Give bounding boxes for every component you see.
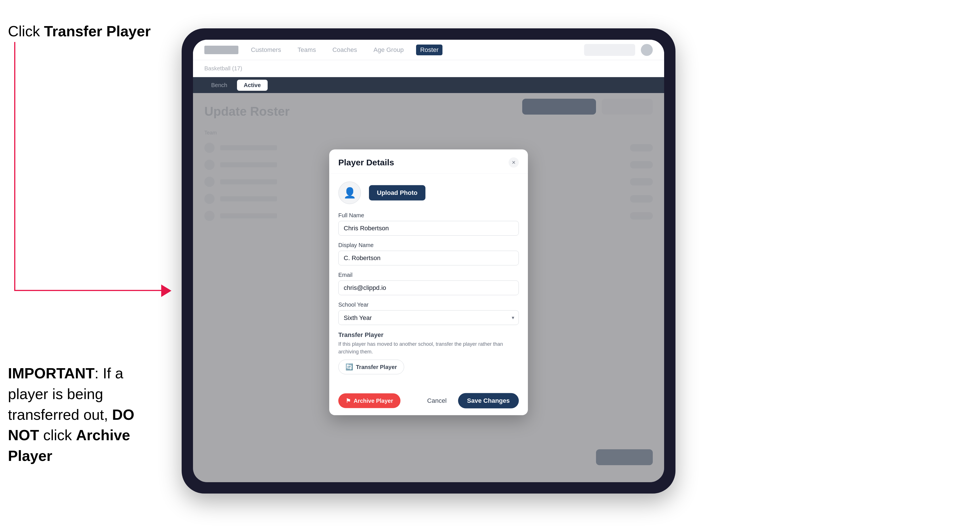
sub-header: Basketball (17) (193, 60, 664, 77)
modal-header: Player Details × (329, 149, 528, 174)
player-details-modal: Player Details × 👤 Upload Photo (329, 149, 528, 415)
modal-close-button[interactable]: × (509, 157, 519, 168)
email-input[interactable] (338, 281, 519, 295)
nav-item-coaches[interactable]: Coaches (328, 44, 361, 55)
app-header: Customers Teams Coaches Age Group Roster (193, 40, 664, 60)
arrow-vertical-line (14, 42, 15, 291)
photo-upload-row: 👤 Upload Photo (338, 181, 519, 204)
instruction-transfer-bold: Transfer Player (44, 23, 151, 40)
nav-item-teams[interactable]: Teams (293, 44, 320, 55)
tablet-frame: Customers Teams Coaches Age Group Roster… (181, 29, 676, 494)
header-avatar (641, 44, 653, 56)
app-logo (204, 46, 239, 54)
modal-backdrop: Player Details × 👤 Upload Photo (193, 93, 664, 482)
transfer-player-label: Transfer Player (356, 364, 397, 370)
nav-item-agegroup[interactable]: Age Group (369, 44, 407, 55)
nav-item-roster[interactable]: Roster (416, 44, 442, 55)
arrow-head-icon (161, 284, 172, 297)
display-name-label: Display Name (338, 242, 519, 248)
instruction-bottom: IMPORTANT: If a player is being transfer… (8, 363, 158, 466)
main-content: Update Roster Team (193, 93, 664, 482)
full-name-group: Full Name (338, 212, 519, 236)
archive-icon: ⚑ (346, 397, 351, 404)
instruction-click-suffix: click (39, 427, 76, 443)
transfer-icon: 🔄 (345, 364, 353, 371)
tab-bench[interactable]: Bench (204, 80, 234, 91)
school-year-group: School Year First Year Second Year Third… (338, 302, 519, 325)
header-action-btn (584, 44, 635, 56)
display-name-group: Display Name (338, 242, 519, 265)
school-year-select-wrapper: First Year Second Year Third Year Fourth… (338, 310, 519, 325)
archive-player-label: Archive Player (354, 397, 393, 404)
breadcrumb: Basketball (17) (204, 65, 242, 72)
display-name-input[interactable] (338, 251, 519, 265)
tab-bar: Bench Active (193, 77, 664, 93)
save-changes-button[interactable]: Save Changes (458, 393, 519, 408)
transfer-section-description: If this player has moved to another scho… (338, 340, 519, 356)
email-group: Email (338, 272, 519, 295)
upload-photo-button[interactable]: Upload Photo (369, 185, 425, 200)
instruction-top: Click Transfer Player (8, 23, 151, 40)
transfer-player-button[interactable]: 🔄 Transfer Player (338, 360, 404, 375)
cancel-button[interactable]: Cancel (420, 393, 453, 408)
person-icon: 👤 (344, 187, 356, 199)
instruction-important: IMPORTANT (8, 365, 94, 381)
school-year-label: School Year (338, 302, 519, 308)
school-year-select[interactable]: First Year Second Year Third Year Fourth… (338, 310, 519, 325)
nav-item-customers[interactable]: Customers (247, 44, 285, 55)
arrow-horizontal-line (14, 290, 167, 291)
full-name-input[interactable] (338, 221, 519, 236)
avatar-circle: 👤 (338, 181, 361, 204)
archive-player-button[interactable]: ⚑ Archive Player (338, 394, 401, 408)
modal-footer: ⚑ Archive Player Cancel Save Changes (329, 388, 528, 415)
modal-title: Player Details (338, 158, 394, 167)
email-label: Email (338, 272, 519, 278)
full-name-label: Full Name (338, 212, 519, 219)
instruction-prefix: Click (8, 23, 44, 40)
tablet-screen: Customers Teams Coaches Age Group Roster… (193, 40, 664, 482)
transfer-player-section: Transfer Player If this player has moved… (338, 331, 519, 375)
tab-active[interactable]: Active (237, 80, 267, 91)
modal-body: 👤 Upload Photo Full Name Display Name (329, 174, 528, 388)
transfer-section-title: Transfer Player (338, 331, 519, 339)
header-right-area (584, 44, 653, 56)
